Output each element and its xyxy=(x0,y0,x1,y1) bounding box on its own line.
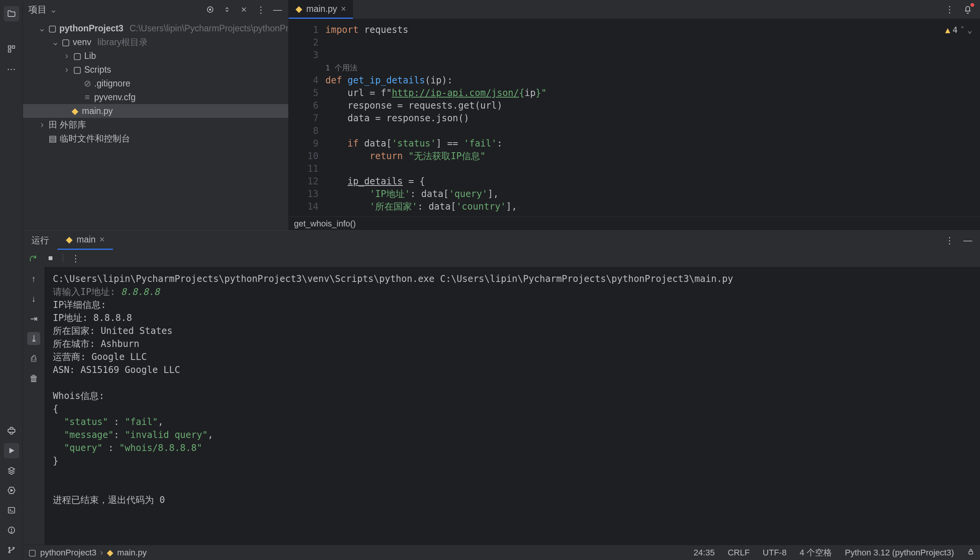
svg-point-10 xyxy=(209,9,211,10)
run-side-toolbar: ↑ ↓ ⇥ ⤓ ⎙ 🗑 xyxy=(23,267,44,545)
notifications-button[interactable] xyxy=(962,4,973,15)
chevron-down-icon[interactable]: ⌄ xyxy=(967,24,972,36)
status-file[interactable]: main.py xyxy=(117,548,147,558)
warning-triangle-icon: ▲ xyxy=(945,24,950,36)
project-tool-button[interactable] xyxy=(4,6,19,22)
problems-tool-button[interactable] xyxy=(4,523,19,538)
run-options-icon[interactable]: ⋮ xyxy=(944,235,955,245)
left-tool-strip: ⋯ xyxy=(0,0,23,560)
hide-panel-icon[interactable]: — xyxy=(272,4,283,15)
dropdown-chevron-icon[interactable]: ⌄ xyxy=(50,5,57,15)
tree-main-py[interactable]: ◆ main.py xyxy=(23,104,288,118)
stop-icon xyxy=(47,254,54,262)
warning-circle-icon xyxy=(7,526,16,534)
breadcrumb-text: get_whois_info() xyxy=(294,219,356,229)
tree-scripts[interactable]: › ▢ Scripts xyxy=(23,63,288,77)
blocks-icon xyxy=(7,45,16,53)
terminal-icon xyxy=(7,506,16,515)
clear-button[interactable]: 🗑 xyxy=(27,372,40,385)
python-file-icon: ◆ xyxy=(107,548,113,558)
svg-point-8 xyxy=(13,547,14,549)
run-tab-main[interactable]: ◆ main × xyxy=(57,231,113,250)
close-tab-icon[interactable]: × xyxy=(341,4,346,14)
hide-run-panel-icon[interactable]: — xyxy=(962,235,973,245)
python-file-icon: ◆ xyxy=(71,106,79,116)
editor-options-icon[interactable]: ⋮ xyxy=(944,4,955,15)
debug-tool-button[interactable] xyxy=(4,483,19,498)
folder-icon: ▢ xyxy=(48,23,56,34)
tree-label: 临时文件和控制台 xyxy=(60,133,130,145)
text-file-icon: ≡ xyxy=(84,92,91,103)
status-caret-pos[interactable]: 24:35 xyxy=(694,548,715,558)
stop-button[interactable] xyxy=(45,253,56,263)
tree-gitignore[interactable]: ⊘ .gitignore xyxy=(23,77,288,90)
services-tool-button[interactable] xyxy=(4,463,19,478)
usages-hint[interactable]: 1 个用法 xyxy=(325,62,980,74)
library-icon: ⽥ xyxy=(49,119,57,131)
status-lock-icon[interactable] xyxy=(967,548,975,558)
project-panel-title: 项目 xyxy=(28,3,47,16)
status-bar: ▢ pythonProject3 › ◆ main.py 24:35 CRLF … xyxy=(23,545,980,560)
print-button[interactable]: ⎙ xyxy=(27,352,40,365)
panel-options-icon[interactable]: ⋮ xyxy=(255,4,266,15)
status-encoding[interactable]: UTF-8 xyxy=(763,548,786,558)
up-stack-button[interactable]: ↑ xyxy=(27,272,40,285)
more-tool-button[interactable]: ⋯ xyxy=(4,61,19,77)
terminal-tool-button[interactable] xyxy=(4,503,19,518)
close-tab-icon[interactable]: × xyxy=(100,235,105,245)
down-stack-button[interactable]: ↓ xyxy=(27,292,40,305)
tree-hint: C:\Users\lipin\PycharmProjects\pythonPro… xyxy=(129,23,288,34)
editor-tab-main[interactable]: ◆ main.py × xyxy=(289,0,353,19)
console-line: } xyxy=(53,455,972,467)
run-toolbar: ⋮ xyxy=(23,250,980,267)
tree-project-root[interactable]: ⌄ ▢ pythonProject3 C:\Users\lipin\Pychar… xyxy=(23,22,288,35)
warning-count: 4 xyxy=(952,24,957,36)
status-line-sep[interactable]: CRLF xyxy=(728,548,749,558)
console-line: 所在城市: Ashburn xyxy=(53,337,972,350)
chevron-up-icon[interactable]: ˆ xyxy=(960,24,965,36)
python-snake-icon xyxy=(7,426,16,435)
expand-collapse-icon[interactable] xyxy=(222,4,232,15)
tree-label: pythonProject3 xyxy=(59,23,123,34)
collapse-all-icon[interactable] xyxy=(239,4,249,15)
ignored-file-icon: ⊘ xyxy=(84,78,91,89)
code-editor[interactable]: 1234567891011121314 import requests 1 个用… xyxy=(289,19,980,217)
console-line: IP地址: 8.8.8.8 xyxy=(53,312,972,324)
rerun-button[interactable] xyxy=(28,253,38,263)
svg-rect-3 xyxy=(8,508,15,513)
tree-venv[interactable]: ⌄ ▢ venv library根目录 xyxy=(23,35,288,49)
breadcrumb[interactable]: get_whois_info() xyxy=(289,217,980,230)
console-line: C:\Users\lipin\PycharmProjects\pythonPro… xyxy=(53,272,972,285)
status-indent[interactable]: 4 个空格 xyxy=(800,547,832,558)
vcs-tool-button[interactable] xyxy=(4,542,19,558)
tree-label: main.py xyxy=(82,106,113,116)
project-tree[interactable]: ⌄ ▢ pythonProject3 C:\Users\lipin\Pychar… xyxy=(23,19,288,230)
hex-play-icon xyxy=(7,486,16,495)
ellipsis-icon: ⋯ xyxy=(7,64,16,74)
console-line: { xyxy=(53,402,972,415)
inspection-widget[interactable]: ▲ 4 ˆ ⌄ xyxy=(945,24,972,36)
locate-icon[interactable] xyxy=(205,4,216,15)
tree-lib[interactable]: › ▢ Lib xyxy=(23,49,288,63)
run-tab-label: main xyxy=(77,235,96,245)
tree-pyvenv[interactable]: ≡ pyvenv.cfg xyxy=(23,90,288,104)
run-tool-window: 运行 ◆ main × ⋮ — xyxy=(23,230,980,545)
run-tool-button[interactable] xyxy=(4,443,19,458)
scroll-to-end-button[interactable]: ⤓ xyxy=(27,332,40,345)
run-label: 运行 xyxy=(23,231,57,250)
lock-icon xyxy=(967,548,975,555)
python-console-button[interactable] xyxy=(4,423,19,438)
status-project[interactable]: pythonProject3 xyxy=(40,548,97,558)
structure-tool-button[interactable] xyxy=(4,41,19,57)
code-body[interactable]: import requests 1 个用法 def get_ip_details… xyxy=(325,19,980,217)
status-interpreter[interactable]: Python 3.12 (pythonProject3) xyxy=(845,548,954,558)
soft-wrap-button[interactable]: ⇥ xyxy=(27,312,40,325)
console-output[interactable]: C:\Users\lipin\PycharmProjects\pythonPro… xyxy=(44,267,980,545)
svg-rect-0 xyxy=(8,46,10,48)
tree-external-libs[interactable]: › ⽥ 外部库 xyxy=(23,118,288,132)
folder-icon xyxy=(7,9,16,18)
tree-scratches[interactable]: ▤ 临时文件和控制台 xyxy=(23,132,288,145)
git-branch-icon xyxy=(7,546,16,554)
run-more-icon[interactable]: ⋮ xyxy=(70,253,81,263)
folder-icon: ▢ xyxy=(74,51,81,61)
